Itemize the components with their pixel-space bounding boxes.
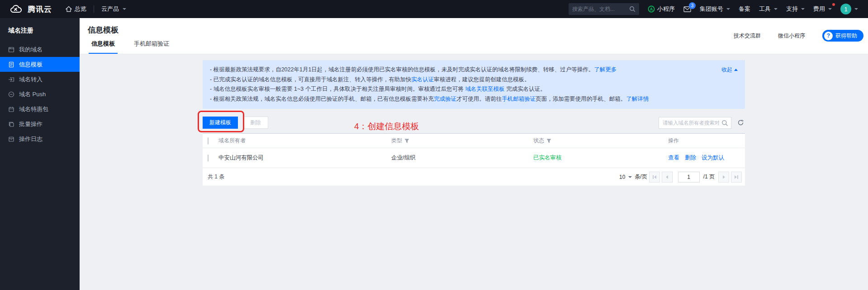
row-type: 企业/组织 [391, 154, 533, 162]
sidebar-item-domain-transfer[interactable]: 域名转入 [0, 72, 80, 87]
tech-group-link[interactable]: 技术交流群 [734, 32, 761, 40]
next-page-icon [723, 175, 725, 179]
page-title: 信息模板 [88, 25, 119, 35]
sidebar-item-label: 域名转入 [19, 75, 43, 84]
sidebar-title: 域名注册 [0, 18, 80, 42]
page-size-unit: 条/页 [635, 173, 647, 181]
learn-more-link[interactable]: 了解更多 [594, 66, 617, 73]
type-filter-icon[interactable] [404, 139, 409, 143]
get-help-button[interactable]: ? 获得帮助 [822, 30, 863, 42]
help-icon: ? [824, 32, 833, 40]
topbar-search[interactable] [569, 3, 639, 15]
learn-detail-link[interactable]: 了解详情 [626, 96, 649, 102]
col-header-type: 类型 [391, 137, 533, 145]
owner-search-box[interactable] [659, 117, 731, 129]
billing-label: 费用 [813, 5, 825, 13]
brand-logo[interactable]: 腾讯云 [10, 4, 52, 14]
table-row: 中安山河有限公司 企业/组织 已实名审核 查看 删除 设为默认 [203, 148, 745, 168]
page-number-input[interactable] [678, 172, 700, 182]
notice-banner: - 根据最新政策法规要求，自2022年1月1日起，域名注册前必须使用已实名审核的… [203, 60, 745, 109]
owner-search-input[interactable] [659, 117, 731, 128]
sidebar-item-label: 我的域名 [19, 46, 43, 54]
tab-phone-email-verify[interactable]: 手机邮箱验证 [131, 40, 172, 54]
prev-page-icon [666, 175, 668, 179]
topbar-search-input[interactable] [572, 6, 629, 12]
beian-menu[interactable]: 备案 [739, 5, 750, 13]
group-account-menu[interactable]: 集团账号 [700, 5, 730, 13]
sidebar-item-label: 批量操作 [19, 120, 43, 128]
support-menu[interactable]: 支持 [786, 5, 805, 13]
col-header-action: 操作 [668, 137, 745, 145]
billing-menu[interactable]: 费用 [813, 5, 832, 13]
message-badge: 3 [689, 2, 696, 9]
tab-info-template[interactable]: 信息模板 [89, 40, 118, 54]
chevron-down-icon [726, 8, 730, 10]
cloud-logo-icon [10, 5, 24, 14]
chevron-down-icon [123, 8, 126, 10]
chevron-up-icon [734, 69, 738, 71]
domain-push-icon [8, 91, 14, 98]
first-page-button[interactable] [649, 172, 660, 182]
next-page-button[interactable] [718, 172, 729, 182]
row-checkbox[interactable] [208, 154, 209, 162]
page-size-select[interactable]: 10 [619, 174, 632, 180]
refresh-button[interactable] [736, 118, 745, 127]
toolbar: 新建模板 删除 4：创建信息模板 [203, 117, 745, 129]
nav-cloud-products[interactable]: 云产品 [94, 0, 133, 18]
message-center[interactable]: 3 [683, 6, 691, 12]
last-page-button[interactable] [731, 172, 742, 182]
sidebar-item-batch-operation[interactable]: 批量操作 [0, 117, 80, 131]
create-template-button[interactable]: 新建模板 [203, 117, 238, 129]
pagination-bar: 共 1 条 10 条/页 [203, 168, 745, 186]
phone-email-verify-link[interactable]: 手机邮箱验证 [502, 96, 536, 102]
complete-verify-link[interactable]: 完成验证 [434, 96, 456, 102]
sidebar-item-my-domains[interactable]: 我的域名 [0, 42, 80, 57]
set-default-action-link[interactable]: 设为默认 [702, 154, 724, 162]
nav-cloud-products-label: 云产品 [101, 5, 119, 13]
chevron-down-icon [828, 8, 832, 10]
topbar-right: 小程序 3 集团账号 备案 工具 [569, 0, 858, 18]
delete-action-link[interactable]: 删除 [685, 154, 696, 162]
template-table: 域名所有者 类型 状态 [203, 133, 745, 186]
content-area: - 根据最新政策法规要求，自2022年1月1日起，域名注册前必须使用已实名审核的… [80, 54, 868, 290]
total-count-label: 共 1 条 [208, 173, 224, 181]
real-name-auth-link[interactable]: 实名认证 [411, 76, 434, 83]
delete-button[interactable]: 删除 [243, 117, 268, 129]
domain-package-icon [8, 106, 14, 112]
chevron-down-icon [854, 8, 858, 10]
row-actions: 查看 删除 设为默认 [668, 154, 745, 162]
search-icon[interactable] [721, 120, 728, 126]
sidebar-item-label: 信息模板 [19, 61, 43, 69]
wechat-miniprogram-link[interactable]: 微信小程序 [778, 32, 805, 40]
sidebar-item-label: 域名 Push [19, 90, 46, 98]
sidebar-item-operation-log[interactable]: 操作日志 [0, 131, 80, 146]
header-right: 技术交流群 微信小程序 ? 获得帮助 [734, 30, 863, 42]
sidebar-item-domain-package[interactable]: 域名特惠包 [0, 102, 80, 117]
first-page-icon [654, 175, 656, 179]
status-filter-icon[interactable] [546, 139, 551, 143]
miniprogram-menu[interactable]: 小程序 [648, 5, 675, 13]
app-root: 腾讯云 总览 云产品 [0, 0, 868, 290]
pagination-controls: 10 条/页 /1 页 [619, 172, 742, 182]
total-pages-label: /1 页 [703, 173, 715, 181]
view-action-link[interactable]: 查看 [668, 154, 679, 162]
search-icon[interactable] [629, 6, 636, 12]
sidebar-item-domain-push[interactable]: 域名 Push [0, 87, 80, 102]
avatar[interactable]: 1 [840, 4, 851, 14]
select-all-checkbox[interactable] [208, 137, 209, 145]
associate-template-link[interactable]: 域名关联至模板 [465, 86, 505, 92]
notice-line: - 域名信息模板实名审核一般需要 1~3 个工作日，具体取决于相关注册局审核时间… [210, 84, 677, 94]
col-header-status: 状态 [533, 137, 668, 145]
tools-menu[interactable]: 工具 [759, 5, 778, 13]
topbar-nav: 总览 云产品 [58, 0, 133, 18]
home-icon [66, 6, 72, 12]
nav-overview[interactable]: 总览 [58, 0, 94, 18]
table-header-row: 域名所有者 类型 状态 [203, 134, 745, 148]
account-menu[interactable]: 1 [840, 4, 858, 14]
prev-page-button[interactable] [662, 172, 673, 182]
billing-notification-dot [832, 3, 835, 6]
collapse-notice-button[interactable]: 收起 [721, 65, 738, 75]
notice-line: - 根据最新政策法规要求，自2022年1月1日起，域名注册前必须使用已实名审核的… [210, 65, 677, 75]
info-template-icon [8, 61, 14, 68]
sidebar-item-info-template[interactable]: 信息模板 [0, 57, 80, 72]
